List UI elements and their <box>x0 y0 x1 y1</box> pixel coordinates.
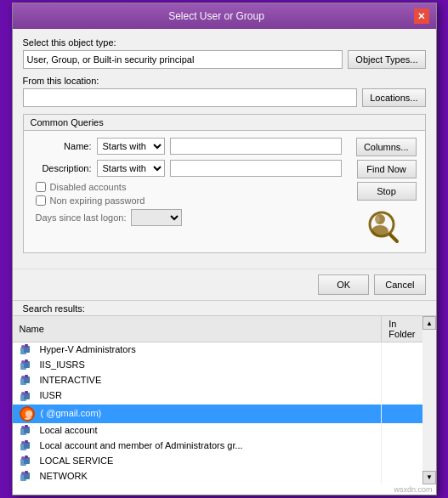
name-select[interactable]: Starts with Ends with Contains <box>97 138 165 155</box>
cancel-button[interactable]: Cancel <box>374 274 425 295</box>
title-bar: Select User or Group ✕ <box>13 3 436 29</box>
row-name: LOCAL SERVICE <box>13 454 382 469</box>
table-row[interactable]: LOCAL SERVICE <box>13 454 422 469</box>
group-icon <box>20 456 35 467</box>
description-select[interactable]: Starts with Ends with Contains <box>97 160 165 177</box>
dialog-title: Select User or Group <box>20 10 414 22</box>
find-icon-container <box>363 207 401 246</box>
row-folder <box>382 373 422 388</box>
magnifier-person-icon <box>365 209 400 245</box>
close-button[interactable]: ✕ <box>414 8 429 24</box>
description-label: Description: <box>32 163 92 173</box>
find-now-button[interactable]: Find Now <box>357 160 417 178</box>
row-folder <box>382 469 422 484</box>
disabled-accounts-checkbox[interactable] <box>36 182 46 192</box>
table-row[interactable]: Local account and member of Administrato… <box>13 439 422 454</box>
object-type-label: Select this object type: <box>23 37 426 48</box>
row-name: IIS_IUSRS <box>13 358 382 373</box>
svg-point-4 <box>373 216 380 223</box>
group-icon <box>20 471 35 483</box>
object-type-row: Object Types... <box>23 50 426 69</box>
row-name: Hyper-V Administrators <box>13 342 382 359</box>
object-types-button[interactable]: Object Types... <box>348 50 425 69</box>
location-row: Locations... <box>23 88 426 107</box>
name-input[interactable] <box>170 138 342 155</box>
description-input[interactable] <box>170 160 342 177</box>
avatar-icon <box>21 408 35 422</box>
row-name: IUSR <box>13 388 382 404</box>
col-name-header: Name <box>13 316 382 342</box>
location-input[interactable] <box>23 88 358 107</box>
scroll-up-button[interactable]: ▲ <box>422 316 436 330</box>
row-name: INTERACTIVE <box>13 373 382 388</box>
avatar <box>20 406 35 422</box>
group-icon <box>20 425 35 437</box>
table-row[interactable]: IUSR <box>13 388 422 404</box>
queries-left-panel: Name: Starts with Ends with Contains Des… <box>32 138 342 246</box>
common-queries-tab[interactable]: Common Queries <box>24 115 425 131</box>
dialog-body: Select this object type: Object Types...… <box>13 29 436 269</box>
table-row[interactable]: INTERACTIVE <box>13 373 422 388</box>
table-row[interactable]: Hyper-V Administrators <box>13 342 422 359</box>
description-row: Description: Starts with Ends with Conta… <box>32 160 342 177</box>
group-icon <box>20 359 35 371</box>
table-row[interactable]: IIS_IUSRS <box>13 358 422 373</box>
non-expiring-checkbox[interactable] <box>36 195 46 206</box>
group-icon <box>20 391 35 403</box>
row-folder <box>382 454 422 469</box>
group-icon <box>20 440 35 452</box>
results-table-wrapper: Name In Folder <box>13 315 436 484</box>
disabled-accounts-row: Disabled accounts <box>32 182 342 192</box>
table-row[interactable]: Local account <box>13 423 422 439</box>
watermark: wsxdn.com <box>13 484 436 495</box>
results-label: Search results: <box>13 301 436 315</box>
name-row: Name: Starts with Ends with Contains <box>32 138 342 155</box>
queries-right-panel: Columns... Find Now Stop <box>349 138 417 246</box>
disabled-accounts-label: Disabled accounts <box>50 182 127 192</box>
table-row[interactable]: ( @gmail.com) <box>13 405 422 423</box>
svg-point-15 <box>21 376 25 379</box>
results-table-container: Name In Folder <box>13 316 422 484</box>
results-table-header: Name In Folder <box>13 316 422 342</box>
results-table: Name In Folder <box>13 316 422 484</box>
object-type-input[interactable] <box>23 50 343 69</box>
row-name: ( @gmail.com) <box>13 405 382 423</box>
select-user-dialog: Select User or Group ✕ Select this objec… <box>12 3 437 495</box>
ok-button[interactable]: OK <box>318 274 369 295</box>
days-label: Days since last logon: <box>36 212 127 223</box>
group-icon <box>20 344 35 356</box>
row-folder <box>382 423 422 439</box>
svg-line-3 <box>390 235 397 241</box>
svg-point-33 <box>21 456 25 460</box>
results-table-body: Hyper-V Administrators <box>13 342 422 484</box>
non-expiring-label: Non expiring password <box>50 195 145 206</box>
days-select[interactable] <box>131 209 182 226</box>
name-label: Name: <box>32 141 92 151</box>
row-folder <box>382 405 422 423</box>
col-folder-header: In Folder <box>382 316 422 342</box>
row-name: Local account <box>13 423 382 439</box>
svg-point-29 <box>21 441 25 444</box>
row-folder <box>382 439 422 454</box>
svg-point-19 <box>21 392 25 395</box>
vertical-scrollbar[interactable]: ▲ ▼ <box>422 316 436 484</box>
scroll-down-button[interactable]: ▼ <box>422 471 436 484</box>
days-row: Days since last logon: <box>32 209 342 226</box>
group-icon <box>20 375 35 387</box>
common-queries-content: Name: Starts with Ends with Contains Des… <box>24 131 425 252</box>
row-folder <box>382 342 422 359</box>
svg-point-25 <box>21 426 25 429</box>
row-name: Local account and member of Administrato… <box>13 439 382 454</box>
dialog-footer-buttons: OK Cancel <box>13 269 436 300</box>
non-expiring-row: Non expiring password <box>32 195 342 206</box>
svg-point-22 <box>23 417 35 422</box>
columns-button[interactable]: Columns... <box>356 138 417 156</box>
table-row[interactable]: NETWORK <box>13 469 422 484</box>
scroll-track <box>422 330 436 471</box>
location-label: From this location: <box>23 76 426 86</box>
svg-point-11 <box>21 360 25 364</box>
locations-button[interactable]: Locations... <box>362 88 425 107</box>
stop-button[interactable]: Stop <box>357 182 417 201</box>
common-queries-group: Common Queries Name: Starts with Ends wi… <box>23 114 426 253</box>
row-name: NETWORK <box>13 469 382 484</box>
